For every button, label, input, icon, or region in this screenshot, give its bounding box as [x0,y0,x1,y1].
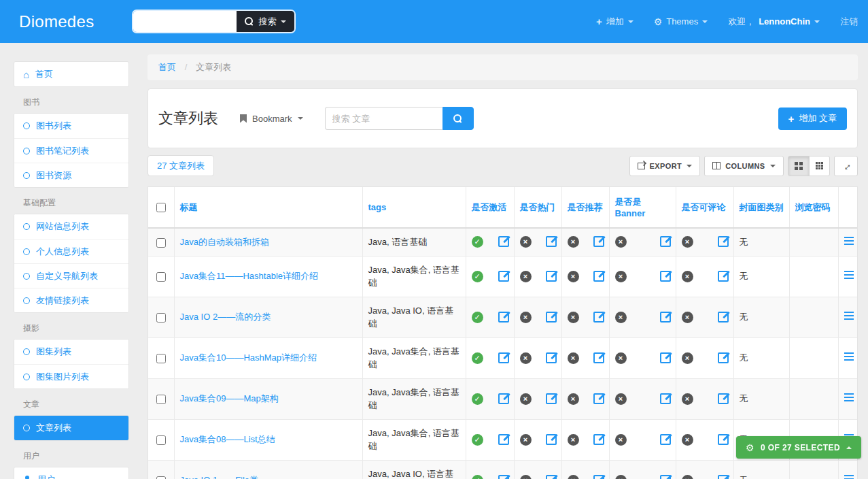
edit-icon[interactable] [660,394,670,404]
navbar-themes-dropdown[interactable]: ⚙ Themes [654,16,708,27]
detail-list-icon[interactable] [844,352,854,361]
edit-icon[interactable] [718,353,728,363]
edit-icon[interactable] [718,435,728,445]
edit-icon[interactable] [546,394,556,404]
sidebar-item-friend-link-list[interactable]: 友情链接列表 [14,288,128,312]
result-count-button[interactable]: 27 文章列表 [147,155,214,176]
selected-actions-button[interactable]: ⚙ 0 OF 27 SELECTED [736,436,861,459]
edit-icon[interactable] [498,353,508,363]
header-is-banner[interactable]: 是否是Banner [609,187,676,228]
edit-icon[interactable] [498,394,508,404]
edit-icon[interactable] [660,271,670,282]
edit-icon[interactable] [660,237,670,247]
article-title-link[interactable]: Java IO 1——File类 [180,475,259,479]
edit-icon[interactable] [498,237,508,247]
edit-icon[interactable] [718,394,728,404]
edit-icon[interactable] [498,312,508,323]
breadcrumb-home-link[interactable]: 首页 [158,62,176,72]
edit-icon[interactable] [660,476,670,479]
article-title-link[interactable]: Java集合08——List总结 [180,434,275,444]
header-view-password[interactable]: 浏览密码 [789,187,838,228]
edit-icon[interactable] [593,435,604,445]
detail-list-icon[interactable] [844,237,854,245]
article-title-link[interactable]: Java集合11——Hashtable详细介绍 [180,271,319,281]
comment-cell: × [676,378,733,419]
header-cover-type[interactable]: 封面图类别 [733,187,789,228]
export-dropdown-button[interactable]: EXPORT [629,156,701,176]
sidebar-item-gallery-image-list[interactable]: 图集图片列表 [14,364,128,389]
sidebar-group: 文章列表 [14,415,129,441]
edit-icon[interactable] [498,476,508,479]
grid-view-large-button[interactable] [788,156,810,176]
edit-icon[interactable] [718,312,728,323]
article-search-input[interactable] [325,107,442,130]
sidebar-item-article-list[interactable]: 文章列表 [14,416,128,440]
navbar-add-dropdown[interactable]: + 增加 [596,16,633,28]
edit-icon[interactable] [593,353,604,363]
header-tags[interactable]: tags [362,187,466,228]
logout-link[interactable]: 注销 [840,16,858,28]
edit-icon[interactable] [546,435,556,445]
navbar-user-dropdown[interactable]: 欢迎， LennonChin [728,16,820,28]
sidebar-item-site-info-list[interactable]: 网站信息列表 [14,214,128,239]
edit-icon[interactable] [718,237,728,247]
sidebar-item-book-list[interactable]: 图书列表 [14,114,128,138]
sidebar-item-book-resource[interactable]: 图书资源 [14,163,128,187]
edit-icon[interactable] [546,237,556,247]
header-can-comment[interactable]: 是否可评论 [676,187,733,228]
article-title-link[interactable]: Java集合09——Map架构 [180,393,279,403]
sidebar-item-custom-nav-list[interactable]: 自定义导航列表 [14,263,128,288]
sidebar-item-user[interactable]: 用户 [14,467,128,479]
edit-icon[interactable] [546,353,556,363]
header-is-active[interactable]: 是否激活 [466,187,514,228]
row-checkbox[interactable] [156,272,166,282]
edit-icon[interactable] [593,312,604,323]
columns-dropdown-button[interactable]: COLUMNS [704,156,783,176]
edit-icon[interactable] [498,435,508,445]
sidebar-item-gallery-list[interactable]: 图集列表 [14,340,128,364]
select-all-checkbox[interactable] [156,203,166,212]
header-title[interactable]: 标题 [174,187,362,228]
detail-list-icon[interactable] [844,271,854,279]
sidebar-item-book-note-list[interactable]: 图书笔记列表 [14,138,128,163]
edit-icon[interactable] [546,312,556,323]
detail-list-icon[interactable] [844,475,854,479]
table-row: Java集合10——HashMap详细介绍Java, Java集合, 语言基础✓… [148,337,857,378]
article-title-link[interactable]: Java集合10——HashMap详细介绍 [180,352,317,363]
navbar-search-input[interactable] [133,11,237,32]
row-checkbox[interactable] [156,435,166,445]
bookmark-dropdown[interactable]: Bookmark [240,114,303,124]
header-is-recommend[interactable]: 是否推荐 [561,187,609,228]
circle-icon [23,248,30,255]
edit-icon[interactable] [718,476,728,479]
sidebar-item-home[interactable]: ⌂首页 [14,62,128,86]
detail-list-icon[interactable] [844,393,854,401]
grid-view-small-button[interactable] [809,156,830,176]
edit-icon[interactable] [593,237,604,247]
edit-icon[interactable] [546,476,556,479]
row-checkbox[interactable] [156,238,166,248]
edit-icon[interactable] [593,394,604,404]
detail-list-icon[interactable] [844,312,854,320]
edit-icon[interactable] [718,271,728,282]
brand-logo[interactable]: Diomedes [19,12,94,31]
article-title-link[interactable]: Java的自动装箱和拆箱 [180,237,269,247]
edit-icon[interactable] [498,271,508,282]
edit-icon[interactable] [593,271,604,282]
row-checkbox[interactable] [156,476,166,479]
header-is-hot[interactable]: 是否热门 [514,187,561,228]
row-checkbox[interactable] [156,354,166,363]
edit-icon[interactable] [660,353,670,363]
row-checkbox[interactable] [156,313,166,323]
article-search-button[interactable] [442,107,474,130]
navbar-search-button[interactable]: 搜索 [237,11,294,32]
row-checkbox[interactable] [156,395,166,404]
edit-icon[interactable] [660,312,670,323]
edit-icon[interactable] [660,435,670,445]
edit-icon[interactable] [546,271,556,282]
fullscreen-button[interactable]: ↔ [834,156,858,176]
add-article-button[interactable]: + 增加 文章 [778,108,847,130]
edit-icon[interactable] [593,476,604,479]
article-title-link[interactable]: Java IO 2——流的分类 [180,312,271,322]
sidebar-item-personal-info-list[interactable]: 个人信息列表 [14,239,128,263]
